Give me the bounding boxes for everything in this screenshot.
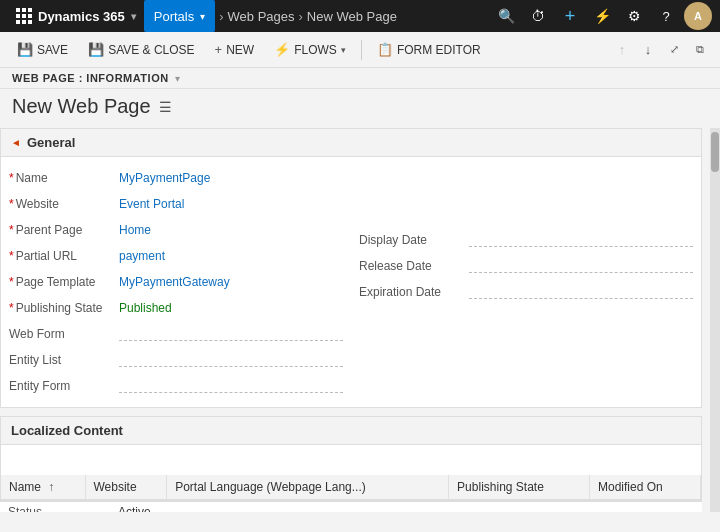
expiration-date-value[interactable] <box>469 283 693 299</box>
publishing-state-value[interactable]: Published <box>119 299 343 315</box>
top-bar-right: 🔍 ⏱ + ⚡ ⚙ ? A <box>492 2 712 30</box>
command-bar: 💾 SAVE 💾 SAVE & CLOSE + NEW ⚡ FLOWS ▾ 📋 … <box>0 32 720 68</box>
arrow-down-button[interactable]: ↓ <box>636 38 660 62</box>
save-button[interactable]: 💾 SAVE <box>8 36 77 64</box>
release-date-label: Release Date <box>359 257 469 273</box>
name-value[interactable]: MyPaymentPage <box>119 169 343 185</box>
general-section-title: General <box>27 135 75 150</box>
save-close-label: SAVE & CLOSE <box>108 43 194 57</box>
section-toggle[interactable]: ◄ <box>11 137 21 148</box>
localized-section-header: Localized Content <box>1 417 701 445</box>
localized-section: Localized Content Name ↑ Website <box>0 416 702 501</box>
scroll-area: ◄ General Name MyPaymentPage Website Eve… <box>0 128 720 512</box>
localized-section-title: Localized Content <box>11 423 123 438</box>
parent-page-label: Parent Page <box>9 221 119 237</box>
field-website: Website Event Portal <box>9 191 343 217</box>
scrollbar-thumb[interactable] <box>711 132 719 172</box>
new-label: NEW <box>226 43 254 57</box>
flows-button[interactable]: ⚡ FLOWS ▾ <box>265 36 355 64</box>
col-website[interactable]: Website <box>85 475 167 500</box>
form-column-right: Display Date Release Date Expiration Dat… <box>351 161 701 403</box>
parent-page-value[interactable]: Home <box>119 221 343 237</box>
entity-list-value[interactable] <box>119 351 343 367</box>
breadcrumb-sep-1: › <box>219 9 223 24</box>
field-parent-page: Parent Page Home <box>9 217 343 243</box>
status-label: Status <box>8 505 118 512</box>
scrollbar-track[interactable] <box>710 128 720 512</box>
partial-url-value[interactable]: payment <box>119 247 343 263</box>
flows-icon: ⚡ <box>274 42 290 57</box>
breadcrumb-sep-2: › <box>299 9 303 24</box>
col-name[interactable]: Name ↑ <box>1 475 85 500</box>
add-icon[interactable]: + <box>556 2 584 30</box>
general-section-header: ◄ General <box>1 129 701 157</box>
breadcrumb-row: WEB PAGE : INFORMATION ▾ <box>0 68 720 89</box>
form-editor-icon: 📋 <box>377 42 393 57</box>
col-publishing-state-label: Publishing State <box>457 480 544 494</box>
expand-button[interactable]: ⤢ <box>662 38 686 62</box>
status-value: Active <box>118 505 151 512</box>
save-icon: 💾 <box>17 42 33 57</box>
clock-icon[interactable]: ⏱ <box>524 2 552 30</box>
page-template-label: Page Template <box>9 273 119 289</box>
cmd-separator <box>361 40 362 60</box>
filter-icon[interactable]: ⚡ <box>588 2 616 30</box>
col-name-label: Name <box>9 480 41 494</box>
col-portal-lang-label: Portal Language (Webpage Lang...) <box>175 480 366 494</box>
portals-nav[interactable]: Portals ▾ <box>144 0 215 32</box>
app-logo[interactable]: Dynamics 365 ▾ <box>8 8 144 24</box>
col-publishing-state[interactable]: Publishing State <box>449 475 590 500</box>
current-page-breadcrumb: New Web Page <box>307 9 397 24</box>
search-icon[interactable]: 🔍 <box>492 2 520 30</box>
general-form-fields: Name MyPaymentPage Website Event Portal … <box>1 157 701 407</box>
app-chevron: ▾ <box>131 11 136 22</box>
bottom-rows: Status Active Active ⤢ <box>0 501 702 512</box>
field-release-date: Release Date <box>359 253 693 279</box>
localized-body <box>1 445 701 475</box>
localized-table: Name ↑ Website Portal Language (Webpage … <box>1 475 701 500</box>
page-template-value[interactable]: MyPaymentGateway <box>119 273 343 289</box>
web-pages-breadcrumb[interactable]: Web Pages <box>228 9 295 24</box>
display-date-value[interactable] <box>469 231 693 247</box>
list-icon[interactable]: ☰ <box>159 99 172 115</box>
field-name: Name MyPaymentPage <box>9 165 343 191</box>
form-editor-button[interactable]: 📋 FORM EDITOR <box>368 36 490 64</box>
field-web-form: Web Form <box>9 321 343 347</box>
release-date-value[interactable] <box>469 257 693 273</box>
help-icon[interactable]: ? <box>652 2 680 30</box>
save-close-icon: 💾 <box>88 42 104 57</box>
expiration-date-label: Expiration Date <box>359 283 469 299</box>
cmd-right: ↑ ↓ ⤢ ⧉ <box>610 38 712 62</box>
save-label: SAVE <box>37 43 68 57</box>
arrow-up-button[interactable]: ↑ <box>610 38 634 62</box>
sort-arrow: ↑ <box>48 480 54 494</box>
field-partial-url: Partial URL payment <box>9 243 343 269</box>
entity-list-label: Entity List <box>9 351 119 367</box>
name-label: Name <box>9 169 119 185</box>
col-modified-on[interactable]: Modified On <box>589 475 700 500</box>
breadcrumb-chevron[interactable]: ▾ <box>175 73 180 84</box>
field-expiration-date: Expiration Date <box>359 279 693 305</box>
website-label: Website <box>9 195 119 211</box>
entity-form-value[interactable] <box>119 377 343 393</box>
page-title-row: New Web Page ☰ <box>0 89 720 128</box>
field-publishing-state: Publishing State Published <box>9 295 343 321</box>
save-close-button[interactable]: 💾 SAVE & CLOSE <box>79 36 203 64</box>
restore-button[interactable]: ⧉ <box>688 38 712 62</box>
avatar[interactable]: A <box>684 2 712 30</box>
col-portal-lang[interactable]: Portal Language (Webpage Lang...) <box>167 475 449 500</box>
gear-icon[interactable]: ⚙ <box>620 2 648 30</box>
form-editor-label: FORM EDITOR <box>397 43 481 57</box>
general-section: ◄ General Name MyPaymentPage Website Eve… <box>0 128 702 408</box>
field-entity-list: Entity List <box>9 347 343 373</box>
field-page-template: Page Template MyPaymentGateway <box>9 269 343 295</box>
app-name: Dynamics 365 <box>38 9 125 24</box>
new-button[interactable]: + NEW <box>206 36 264 64</box>
web-form-value[interactable] <box>119 325 343 341</box>
new-icon: + <box>215 42 223 57</box>
form-column-left: Name MyPaymentPage Website Event Portal … <box>1 161 351 403</box>
scroll-content: ◄ General Name MyPaymentPage Website Eve… <box>0 128 702 512</box>
field-entity-form: Entity Form <box>9 373 343 399</box>
website-value[interactable]: Event Portal <box>119 195 343 211</box>
partial-url-label: Partial URL <box>9 247 119 263</box>
